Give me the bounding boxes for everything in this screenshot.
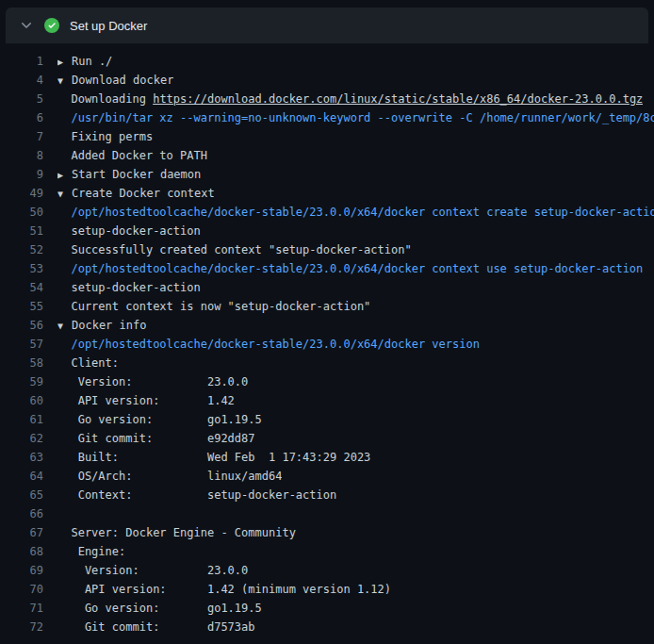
- step-header[interactable]: Set up Docker: [6, 8, 648, 43]
- log-text: setup-docker-action: [57, 224, 201, 238]
- log-text: Docker info: [72, 319, 146, 332]
- line-number[interactable]: 61: [0, 410, 43, 429]
- log-line: 72 Git commit: d7573ab: [0, 618, 654, 636]
- line-number[interactable]: 52: [0, 240, 43, 259]
- log-line-content: API version: 1.42 (minimum version 1.12): [57, 580, 391, 599]
- line-number[interactable]: 65: [0, 486, 43, 504]
- log-line-content: Context: setup-docker-action: [57, 486, 336, 504]
- log-text: Engine:: [57, 545, 125, 558]
- log-line: 65 Context: setup-docker-action: [0, 486, 654, 504]
- log-line-content: Current context is now "setup-docker-act…: [57, 297, 370, 316]
- line-number[interactable]: 67: [0, 523, 43, 542]
- log-line: 53 /opt/hostedtoolcache/docker-stable/23…: [0, 259, 654, 278]
- log-text: Git commit: d7573ab: [57, 620, 255, 634]
- log-line: 49▼Create Docker context: [0, 184, 654, 203]
- log-line-content: API version: 1.42: [57, 391, 235, 410]
- log-line: 7 Fixing perms: [0, 127, 654, 146]
- success-check-circle-icon: [44, 18, 59, 33]
- log-text: Go version: go1.19.5: [57, 413, 262, 426]
- line-number[interactable]: 58: [0, 354, 43, 372]
- line-number[interactable]: 6: [0, 108, 43, 127]
- log-line: 51 setup-docker-action: [0, 222, 654, 240]
- log-line: 59 Version: 23.0.0: [0, 372, 654, 391]
- line-number[interactable]: 62: [0, 429, 43, 448]
- log-line: 5 Downloading https://download.docker.co…: [0, 90, 654, 108]
- collapse-group-icon[interactable]: ▼: [57, 185, 72, 203]
- chevron-down-icon[interactable]: [19, 18, 34, 33]
- line-number[interactable]: 49: [0, 184, 43, 203]
- log-line: 61 Go version: go1.19.5: [0, 410, 654, 429]
- log-text: Server: Docker Engine - Community: [57, 526, 296, 539]
- log-text: API version: 1.42: [57, 394, 235, 407]
- log-text: Downloading: [57, 92, 153, 106]
- log-line-content: ▼Create Docker context: [57, 184, 215, 203]
- log-line: 57 /opt/hostedtoolcache/docker-stable/23…: [0, 335, 654, 354]
- log-line-content: ▼Docker info: [57, 316, 146, 335]
- line-number[interactable]: 72: [0, 618, 43, 636]
- log-line: 55 Current context is now "setup-docker-…: [0, 297, 654, 316]
- line-number[interactable]: 66: [0, 504, 43, 523]
- line-number[interactable]: 57: [0, 335, 43, 354]
- line-number[interactable]: 7: [0, 127, 43, 146]
- log-line-content: Version: 23.0.0: [57, 561, 248, 580]
- line-number[interactable]: 9: [0, 165, 43, 184]
- line-number[interactable]: 55: [0, 297, 43, 316]
- log-line-content: Engine:: [57, 542, 125, 561]
- line-number[interactable]: 70: [0, 580, 43, 599]
- log-text: /opt/hostedtoolcache/docker-stable/23.0.…: [57, 206, 654, 219]
- log-line-content: Go version: go1.19.5: [57, 599, 262, 618]
- log-text: Context: setup-docker-action: [57, 488, 336, 502]
- line-number[interactable]: 5: [0, 90, 43, 108]
- log-line: 62 Git commit: e92dd87: [0, 429, 654, 448]
- log-line: 4▼Download docker: [0, 71, 654, 90]
- line-number[interactable]: 64: [0, 467, 43, 486]
- line-number[interactable]: 50: [0, 203, 43, 222]
- line-number[interactable]: 54: [0, 278, 43, 297]
- line-number[interactable]: 68: [0, 542, 43, 561]
- log-line: 64 OS/Arch: linux/amd64: [0, 467, 654, 486]
- log-line-content: OS/Arch: linux/amd64: [57, 467, 282, 486]
- line-number[interactable]: 60: [0, 391, 43, 410]
- log-line: 50 /opt/hostedtoolcache/docker-stable/23…: [0, 203, 654, 222]
- step-title: Set up Docker: [70, 19, 147, 33]
- log-line-content: /usr/bin/tar xz --warning=no-unknown-key…: [57, 108, 654, 127]
- log-line: 71 Go version: go1.19.5: [0, 599, 654, 618]
- log-text: Built: Wed Feb 1 17:43:29 2023: [57, 451, 370, 464]
- log-output: 1▶Run ./4▼Download docker5 Downloading h…: [0, 43, 654, 636]
- line-number[interactable]: 1: [0, 52, 43, 71]
- collapse-group-icon[interactable]: ▼: [57, 72, 72, 90]
- log-line-content: /opt/hostedtoolcache/docker-stable/23.0.…: [57, 335, 480, 354]
- expand-group-icon[interactable]: ▶: [57, 53, 72, 71]
- log-text: Start Docker daemon: [72, 168, 201, 181]
- log-line: 70 API version: 1.42 (minimum version 1.…: [0, 580, 654, 599]
- log-text: Fixing perms: [57, 130, 153, 143]
- line-number[interactable]: 51: [0, 222, 43, 240]
- expand-group-icon[interactable]: ▶: [57, 166, 72, 184]
- log-text: Run ./: [72, 55, 112, 68]
- log-text: Create Docker context: [72, 187, 215, 200]
- log-line: 66: [0, 504, 654, 523]
- log-text: Git commit: e92dd87: [57, 432, 255, 445]
- log-text: API version: 1.42 (minimum version 1.12): [57, 583, 391, 596]
- log-text: Added Docker to PATH: [57, 149, 207, 162]
- log-text: Version: 23.0.0: [57, 564, 248, 577]
- log-url-link[interactable]: https://download.docker.com/linux/static…: [153, 92, 643, 106]
- log-line-content: Successfully created context "setup-dock…: [57, 240, 412, 259]
- collapse-group-icon[interactable]: ▼: [57, 317, 72, 335]
- line-number[interactable]: 69: [0, 561, 43, 580]
- log-line: 67 Server: Docker Engine - Community: [0, 523, 654, 542]
- log-text: Go version: go1.19.5: [57, 602, 262, 615]
- log-line-content: /opt/hostedtoolcache/docker-stable/23.0.…: [57, 259, 643, 278]
- line-number[interactable]: 71: [0, 599, 43, 618]
- log-line: 63 Built: Wed Feb 1 17:43:29 2023: [0, 448, 654, 467]
- line-number[interactable]: 53: [0, 259, 43, 278]
- line-number[interactable]: 56: [0, 316, 43, 335]
- log-line-content: Fixing perms: [57, 127, 153, 146]
- log-line-content: Git commit: d7573ab: [57, 618, 255, 636]
- line-number[interactable]: 8: [0, 146, 43, 165]
- line-number[interactable]: 4: [0, 71, 43, 90]
- log-line: 69 Version: 23.0.0: [0, 561, 654, 580]
- log-text: OS/Arch: linux/amd64: [57, 470, 282, 483]
- line-number[interactable]: 59: [0, 372, 43, 391]
- line-number[interactable]: 63: [0, 448, 43, 467]
